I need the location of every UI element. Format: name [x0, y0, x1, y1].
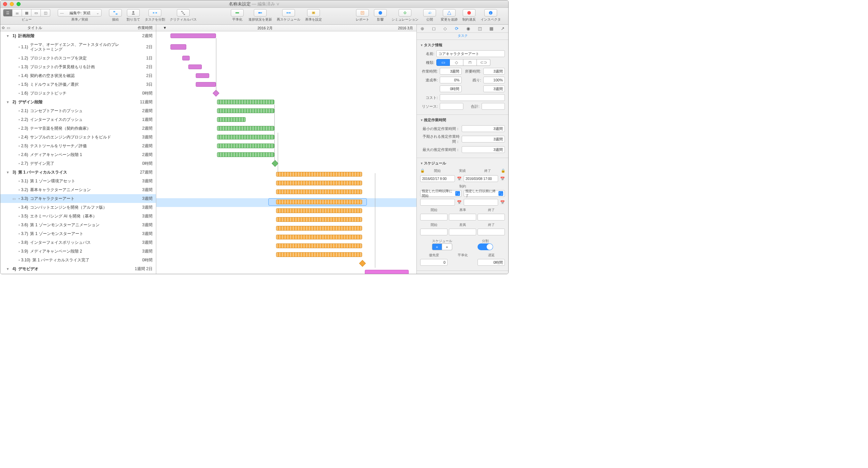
outline-task-row[interactable]: •2.6)メディアキャンペーン段階 12週間	[0, 150, 156, 159]
inspector-button[interactable]: i	[484, 9, 497, 17]
split-button[interactable]	[148, 9, 161, 17]
outline-task-row[interactable]: •3.5)エネミーパシング AI を開発（基本）3週間	[0, 212, 156, 220]
est-exp-field[interactable]: 3週間	[462, 136, 505, 142]
priority-field[interactable]: 0	[420, 259, 447, 266]
level-button[interactable]	[231, 9, 244, 17]
style-icon[interactable]: ◫	[477, 26, 483, 32]
end-date-field[interactable]: 2016/03/08 17:00	[464, 175, 498, 182]
view-resource-icon[interactable]: ⚌	[12, 9, 22, 17]
export-icon[interactable]: ↗	[499, 26, 506, 32]
cost-field[interactable]	[440, 94, 505, 101]
outline-task-row[interactable]: •1.5)ミドルウェアを評価／選択3日	[0, 80, 156, 89]
gantt-milestone-icon[interactable]	[272, 160, 278, 167]
lock-icon[interactable]: 🔒	[501, 168, 505, 173]
gantt-bar[interactable]	[196, 73, 209, 78]
custom-icon[interactable]: ▦	[488, 26, 495, 32]
gantt-bar[interactable]	[217, 126, 274, 131]
gantt-body[interactable]	[156, 31, 416, 274]
outline-group-row[interactable]: ▼2)デザイン段階11週間	[0, 98, 156, 106]
lock-icon[interactable]: 🔒	[420, 168, 424, 173]
constraint-start-select[interactable]: 指定した日時以降に開始⌃⌄	[420, 190, 462, 197]
critical-path-button[interactable]	[177, 9, 190, 17]
baseline-dropdown[interactable]: — 編集中: 実績 ⌄	[58, 9, 102, 17]
gantt-bar[interactable]	[276, 181, 362, 185]
simulation-button[interactable]	[399, 9, 411, 17]
track-changes-button[interactable]	[443, 9, 456, 17]
remain-time-field[interactable]: 3週間	[483, 85, 505, 92]
gantt-bar[interactable]	[182, 56, 190, 60]
outline-task-row[interactable]: •2.3)テーマ音楽を開発（契約作曲家）2週間	[0, 124, 156, 133]
outline-task-row[interactable]: •2.1)コンセプトアートのブッシュ2週間	[0, 106, 156, 115]
constraint-end-select[interactable]: 指定した日以前に終了⌃⌄	[464, 190, 505, 197]
outline-task-row[interactable]: •3.9)メディアキャンペーン段階 23週間	[0, 247, 156, 256]
gantt-bar[interactable]	[170, 33, 216, 38]
publish-button[interactable]	[423, 9, 436, 17]
gantt-bar-selected[interactable]	[276, 200, 362, 204]
gantt-bar[interactable]	[276, 172, 362, 177]
constraint-start-date[interactable]	[420, 199, 455, 206]
gantt-bar[interactable]	[217, 100, 274, 104]
tag-icon[interactable]: ◻	[430, 26, 437, 32]
column-title[interactable]: タイトル	[11, 25, 132, 30]
gantt-bar[interactable]	[276, 243, 362, 248]
constraint-end-date[interactable]	[464, 199, 498, 206]
duration-field[interactable]: 3週間	[483, 68, 505, 75]
gantt-bar[interactable]	[276, 226, 362, 231]
remain-field[interactable]: 100%	[483, 77, 505, 83]
outline-task-row[interactable]: •3.10)第 1 バーティカルスライス完了0時間	[0, 256, 156, 264]
gantt-collapse-icon[interactable]: ▼	[163, 26, 167, 30]
type-group-icon[interactable]: ⊂⊃	[477, 59, 490, 66]
calendar-icon[interactable]: 📅	[500, 177, 505, 181]
view-calendar-icon[interactable]: ▦	[22, 9, 31, 17]
outline-group-row[interactable]: ▼1)計画段階2週間	[0, 31, 156, 40]
calendar-icon[interactable]: 📅	[457, 177, 462, 181]
type-milestone-icon[interactable]: ◇	[450, 59, 463, 66]
outline-task-row[interactable]: •3.6)第 1 ゾーンモンスターアニメーション3週間	[0, 220, 156, 229]
milestone-icon[interactable]: ◇	[442, 26, 449, 32]
gantt-bar[interactable]	[196, 82, 216, 87]
outline-task-row[interactable]: •1.6)プロジェクトピッチ0時間	[0, 89, 156, 98]
gantt-bar[interactable]	[188, 64, 202, 69]
outline-group-row[interactable]: ▼3)第 1 バーティカルスライス27週間	[0, 168, 156, 177]
close-icon[interactable]	[3, 2, 7, 6]
split-toggle[interactable]	[478, 243, 493, 250]
baseline-start-field[interactable]	[420, 214, 447, 220]
zoom-in-icon[interactable]: ⊕	[419, 26, 426, 32]
est-min-field[interactable]: 3週間	[462, 125, 505, 132]
gantt-bar[interactable]	[217, 135, 274, 139]
update-progress-button[interactable]	[254, 9, 267, 17]
outline-group-row[interactable]: ▼4)デモビデオ1週間 2日	[0, 264, 156, 273]
gantt-bar[interactable]	[170, 44, 186, 50]
outline-task-row[interactable]: •2.7)デザイン完了0時間	[0, 159, 156, 168]
gantt-bar[interactable]	[276, 235, 362, 239]
outline-task-row[interactable]: •3.2)基本キャラクターアニメーション3週間	[0, 185, 156, 194]
total-field[interactable]	[482, 103, 505, 110]
gantt-bar[interactable]	[276, 208, 362, 213]
outline-task-row[interactable]: •3.4)コンバットエンジンを開発（アルファ版）3週間	[0, 203, 156, 212]
gantt-bar[interactable]	[365, 270, 409, 274]
complete-field[interactable]: 0%	[440, 77, 462, 83]
type-segmented[interactable]: ▭ ◇ ⊓ ⊂⊃	[436, 59, 490, 66]
schedule-fwd-icon[interactable]: »	[442, 243, 452, 250]
variance-start-field[interactable]	[420, 229, 447, 235]
resource-field[interactable]	[440, 103, 463, 110]
complete-time-field[interactable]: 0時間	[440, 85, 462, 92]
view-network-icon[interactable]: ▭	[31, 9, 41, 17]
outline-task-row[interactable]: •1.3)プロジェクトの予算見積もりを計画2日	[0, 62, 156, 71]
schedule-direction[interactable]: «»	[432, 243, 452, 250]
view-board-icon[interactable]: ◫	[41, 9, 50, 17]
outline-task-row[interactable]: •1.1)テーマ、オーディエンス、アートスタイルのブレインストーミング2日	[0, 40, 156, 54]
gantt-bar[interactable]	[276, 252, 362, 257]
violations-button[interactable]	[463, 9, 476, 17]
gantt-bar[interactable]	[217, 108, 274, 113]
outline-task-row[interactable]: ▭•3.3)コアキャラクターアート3週間	[0, 194, 156, 203]
reschedule-button[interactable]	[282, 9, 295, 17]
name-field[interactable]: コアキャラクターアート	[436, 50, 505, 57]
variance-mid-field[interactable]	[449, 229, 476, 235]
outline-task-row[interactable]: •1.4)契約者の空き状況を確認2日	[0, 71, 156, 80]
assign-button[interactable]	[127, 9, 140, 17]
outline-task-row[interactable]: •2.5)テストツールをリサーチ／評価2週間	[0, 141, 156, 150]
baseline-end-field[interactable]	[478, 214, 505, 220]
type-task-icon[interactable]: ▭	[436, 59, 450, 66]
set-baseline-button[interactable]	[307, 9, 320, 17]
